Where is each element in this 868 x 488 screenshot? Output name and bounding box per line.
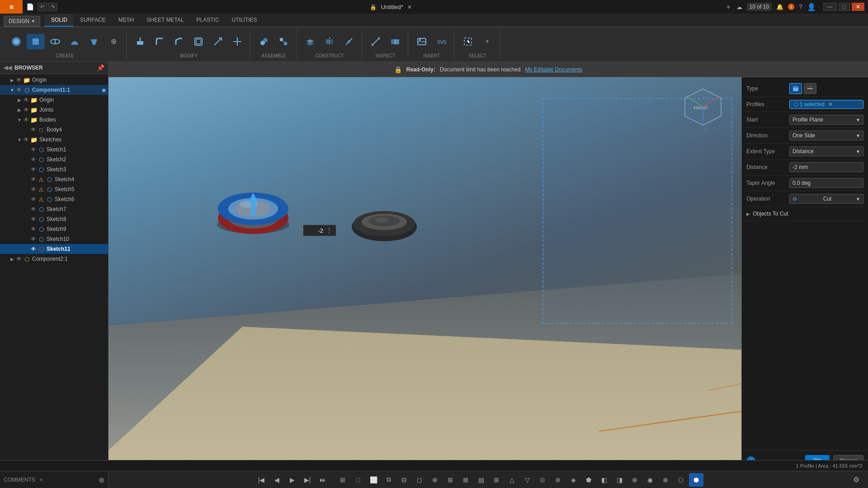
view-tool8-btn[interactable]: ◈ <box>566 473 580 487</box>
tree-item-sketches[interactable]: ▼ 👁 📁 Sketches <box>0 135 108 145</box>
shell-btn[interactable] <box>189 34 208 49</box>
tree-item-sketch9[interactable]: ▶ 👁 ⬡ Sketch9 <box>0 224 108 234</box>
visibility-icon[interactable]: 👁 <box>23 106 30 113</box>
tree-item-sketch11[interactable]: ▶ 👁 ⬡ Sketch11 <box>0 244 108 254</box>
visibility-icon[interactable]: 👁 <box>23 116 30 123</box>
sweep-btn[interactable] <box>66 34 84 49</box>
torus-3d-object[interactable] <box>208 166 298 249</box>
visibility-icon[interactable]: 👁 <box>30 186 37 193</box>
tab-surface[interactable]: SURFACE <box>74 14 112 27</box>
visibility-icon[interactable]: 👁 <box>30 225 37 233</box>
comments-add-icon[interactable]: ＋ <box>38 476 44 484</box>
tab-utilities[interactable]: UTILITIES <box>226 14 264 27</box>
view-joint-btn[interactable]: ⊕ <box>428 473 442 487</box>
view-tool2-btn[interactable]: ▤ <box>474 473 488 487</box>
direction-dropdown[interactable]: One Side ▼ <box>789 131 863 141</box>
extent-type-dropdown[interactable]: Distance ▼ <box>789 146 863 156</box>
view-wireframe-btn[interactable]: ◻ <box>412 473 427 487</box>
tree-item-sketch10[interactable]: ▶ 👁 ⬡ Sketch10 <box>0 234 108 244</box>
view-section-btn[interactable]: ⊟ <box>397 473 411 487</box>
view-tool9-btn[interactable]: ⬟ <box>581 473 596 487</box>
tree-item-component1[interactable]: ▼ 👁 ⬡ Component1:1 ◉ <box>0 85 108 95</box>
undo-button[interactable]: ↶ <box>38 3 47 11</box>
view-sketch-btn[interactable]: □ <box>351 473 365 487</box>
tree-item-origin1[interactable]: ▶ 👁 📁 Origin <box>0 75 108 85</box>
tab-plastic[interactable]: PLASTIC <box>190 14 226 27</box>
visibility-icon[interactable]: 👁 <box>30 146 37 153</box>
axis-btn[interactable] <box>340 34 358 49</box>
visibility-icon[interactable]: 👁 <box>30 216 37 223</box>
fillet-btn[interactable] <box>151 34 169 49</box>
tab-solid[interactable]: SOLID <box>45 14 74 27</box>
offset-plane-btn[interactable] <box>301 34 319 49</box>
active-tool-btn[interactable]: ⬢ <box>689 473 703 487</box>
notification-icon[interactable]: 🔔 <box>776 4 783 10</box>
tree-item-sketch1[interactable]: ▶ 👁 ⬡ Sketch1 <box>0 145 108 155</box>
profiles-clear-btn[interactable]: ✕ <box>828 101 833 108</box>
visibility-icon[interactable]: 👁 <box>30 156 37 163</box>
settings-button[interactable]: ⚙ <box>849 473 863 487</box>
visibility-icon[interactable]: 👁 <box>15 86 23 94</box>
tab-mesh[interactable]: MESH <box>112 14 141 27</box>
tree-item-sketch4[interactable]: ▶ 👁 ⚠ ⬡ Sketch4 <box>0 174 108 184</box>
visibility-icon[interactable]: 👁 <box>23 136 30 143</box>
view-body-btn[interactable]: ⬜ <box>366 473 381 487</box>
dimension-input-overlay[interactable]: ⋮ <box>303 225 336 236</box>
visibility-icon[interactable]: 👁 <box>30 245 37 253</box>
measure-btn[interactable] <box>367 34 385 49</box>
taper-angle-input[interactable] <box>789 178 863 188</box>
close-button[interactable]: ✕ <box>852 3 864 11</box>
view-origin-btn[interactable]: ⊞ <box>443 473 458 487</box>
select-dropdown-btn[interactable]: ▼ <box>478 34 496 49</box>
oval-3d-object[interactable] <box>348 202 420 249</box>
visibility-icon[interactable]: 👁 <box>23 96 30 103</box>
tree-item-bodies[interactable]: ▼ 👁 📁 Bodies <box>0 115 108 125</box>
profiles-badge[interactable]: ⬡ 1 selected ✕ <box>789 100 863 109</box>
distance-input[interactable] <box>789 162 863 172</box>
new-component-btn[interactable] <box>7 34 25 49</box>
visibility-icon[interactable]: 👁 <box>15 76 23 84</box>
view-tool3-btn[interactable]: ⊞ <box>489 473 504 487</box>
loft-btn[interactable] <box>85 34 103 49</box>
joint-btn[interactable] <box>255 34 273 49</box>
view-tool10-btn[interactable]: ◧ <box>597 473 611 487</box>
extrude-btn[interactable] <box>27 34 45 49</box>
visibility-icon[interactable]: 👁 <box>30 196 37 203</box>
tree-item-origin2[interactable]: ▶ 👁 📁 Origin <box>0 95 108 105</box>
editable-docs-link[interactable]: My Editable Documents <box>525 66 583 73</box>
view-tool4-btn[interactable]: △ <box>505 473 519 487</box>
view-tool14-btn[interactable]: ⊗ <box>658 473 673 487</box>
tree-item-sketch6[interactable]: ▶ 👁 ⚠ ⬡ Sketch6 <box>0 194 108 204</box>
type-surface-btn[interactable] <box>804 83 816 94</box>
view-tool11-btn[interactable]: ◨ <box>612 473 627 487</box>
tree-item-sketch2[interactable]: ▶ 👁 ⬡ Sketch2 <box>0 155 108 164</box>
scale-btn[interactable] <box>209 34 227 49</box>
browser-collapse-icon[interactable]: ◀◀ <box>4 65 12 71</box>
insert-svg-btn[interactable]: SVG <box>432 34 450 49</box>
tab-sheet-metal[interactable]: SHEET METAL <box>140 14 190 27</box>
redo-button[interactable]: ↷ <box>48 3 57 11</box>
add-tab-icon[interactable]: ＋ <box>725 2 732 12</box>
browser-pin-icon[interactable]: 📌 <box>97 64 104 71</box>
as-built-joint-btn[interactable] <box>274 34 292 49</box>
help-icon[interactable]: ? <box>799 3 802 10</box>
view-tool6-btn[interactable]: ⊙ <box>535 473 550 487</box>
visibility-icon[interactable]: 👁 <box>15 255 23 263</box>
objects-to-cut-row[interactable]: ▶ Objects To Cut <box>745 207 864 221</box>
maximize-button[interactable]: □ <box>839 3 850 11</box>
view-tool7-btn[interactable]: ⊚ <box>551 473 565 487</box>
view-tool5-btn[interactable]: ▽ <box>520 473 534 487</box>
app-menu-button[interactable]: ⊞ <box>0 0 23 14</box>
move-btn[interactable] <box>228 34 246 49</box>
playback-next-btn[interactable]: ▶| <box>300 473 315 487</box>
visibility-icon[interactable]: 👁 <box>30 206 37 213</box>
playback-play-btn[interactable]: ▶ <box>285 473 299 487</box>
interference-btn[interactable] <box>386 34 404 49</box>
view-tool12-btn[interactable]: ⊕ <box>627 473 642 487</box>
press-pull-btn[interactable] <box>131 34 149 49</box>
view-tool1-btn[interactable]: ⊠ <box>458 473 473 487</box>
tree-item-body4[interactable]: ▶ 👁 □ Body4 <box>0 125 108 135</box>
close-tab-icon[interactable]: ✕ <box>407 4 412 10</box>
view-comp-btn[interactable]: ⧉ <box>382 473 396 487</box>
tree-item-sketch5[interactable]: ▶ 👁 ⚠ ⬡ Sketch5 <box>0 184 108 194</box>
